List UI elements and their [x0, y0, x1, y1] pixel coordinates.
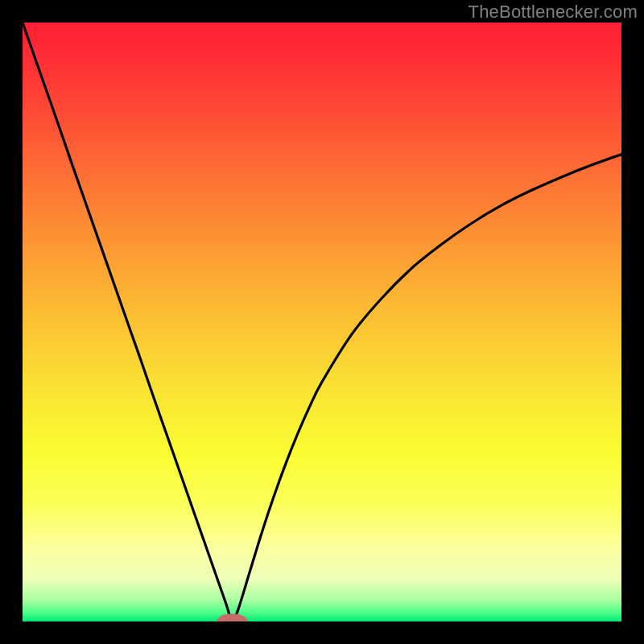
- bottleneck-chart: [23, 23, 621, 621]
- gradient-background: [23, 23, 621, 621]
- plot-area: [23, 23, 621, 621]
- chart-outer-frame: TheBottlenecker.com: [0, 0, 644, 644]
- attribution-text: TheBottlenecker.com: [469, 2, 638, 23]
